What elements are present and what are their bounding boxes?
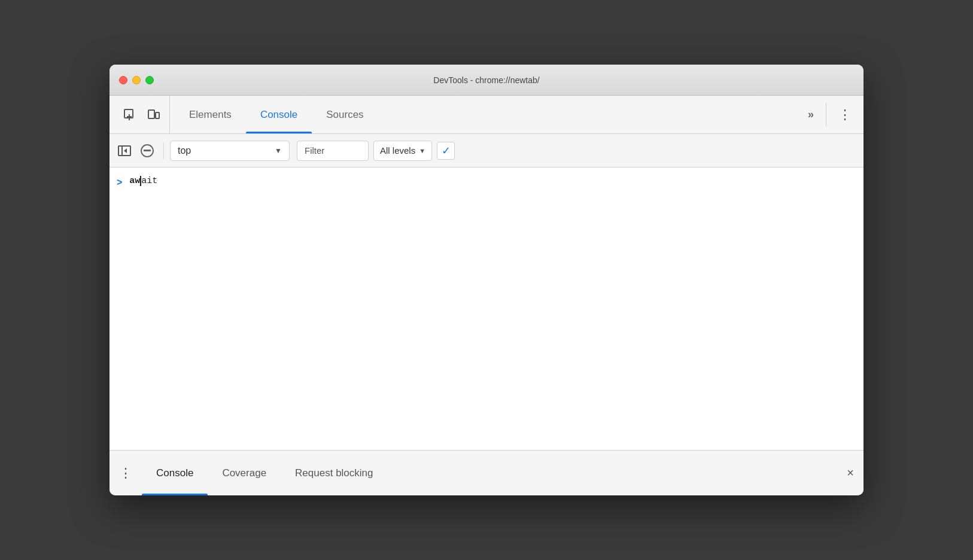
- close-button[interactable]: [119, 76, 127, 84]
- tab-sources[interactable]: Sources: [312, 96, 378, 133]
- checkmark-icon: ✓: [442, 144, 451, 157]
- filter-input[interactable]: Filter: [297, 141, 369, 161]
- console-light-text: ait: [141, 176, 157, 186]
- levels-arrow-icon: ▼: [419, 147, 425, 154]
- tab-console[interactable]: Console: [246, 96, 312, 133]
- context-arrow-icon: ▼: [275, 147, 282, 155]
- levels-label: All levels: [380, 145, 415, 156]
- filter-placeholder: Filter: [305, 145, 324, 156]
- drawer-close-button[interactable]: ×: [837, 451, 863, 495]
- svg-marker-7: [124, 148, 127, 153]
- devtools-window: DevTools - chrome://newtab/: [110, 65, 863, 495]
- traffic-lights: [119, 76, 154, 84]
- eager-eval-checkbox[interactable]: ✓: [437, 142, 455, 160]
- more-tabs-button[interactable]: »: [801, 96, 821, 133]
- console-bold-text: aw: [129, 176, 140, 186]
- no-entry-icon: [141, 144, 154, 157]
- context-selector[interactable]: top ▼: [170, 141, 290, 161]
- tabs-separator: [826, 103, 826, 126]
- console-input-text: await: [129, 176, 157, 186]
- window-title: DevTools - chrome://newtab/: [433, 75, 539, 85]
- show-sidebar-button[interactable]: [114, 141, 135, 161]
- tab-list: Elements Console Sources: [175, 96, 801, 133]
- console-content[interactable]: > await: [110, 168, 863, 450]
- devtools-tab-bar: Elements Console Sources » ⋮: [110, 96, 863, 134]
- drawer-tab-coverage[interactable]: Coverage: [208, 451, 281, 495]
- drawer-tab-request-blocking[interactable]: Request blocking: [281, 451, 387, 495]
- drawer-menu-button[interactable]: ⋮: [110, 451, 142, 495]
- inspect-element-button[interactable]: [119, 104, 141, 126]
- devtools-menu-button[interactable]: ⋮: [831, 96, 859, 133]
- bottom-drawer: ⋮ Console Coverage Request blocking ×: [110, 450, 863, 495]
- console-entry: > await: [110, 172, 863, 196]
- drawer-tab-list: Console Coverage Request blocking: [142, 451, 837, 495]
- console-chevron-icon[interactable]: >: [117, 176, 122, 188]
- svg-rect-4: [156, 112, 159, 118]
- title-bar: DevTools - chrome://newtab/: [110, 65, 863, 96]
- clear-console-button[interactable]: [137, 141, 157, 161]
- toolbar-separator-1: [163, 142, 164, 159]
- console-toolbar: top ▼ Filter All levels ▼ ✓: [110, 134, 863, 168]
- tab-elements[interactable]: Elements: [175, 96, 246, 133]
- context-value: top: [178, 145, 270, 156]
- maximize-button[interactable]: [145, 76, 154, 84]
- drawer-tab-console[interactable]: Console: [142, 451, 208, 495]
- svg-rect-3: [148, 110, 154, 118]
- devtools-icon-group: [114, 96, 170, 133]
- levels-selector[interactable]: All levels ▼: [373, 141, 432, 161]
- minimize-button[interactable]: [132, 76, 141, 84]
- device-toolbar-button[interactable]: [143, 104, 165, 126]
